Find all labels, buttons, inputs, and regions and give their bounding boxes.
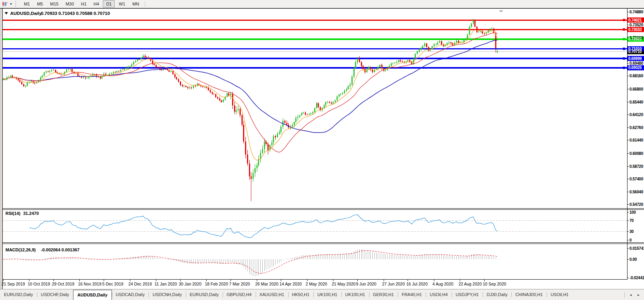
- ma-medium-line: [3, 33, 498, 152]
- date-label: 21 May 2020: [332, 282, 356, 286]
- price-axis-label: 0.56040: [629, 190, 643, 194]
- price-badge-value: 0.73033: [628, 27, 642, 32]
- chart-title-symbol: AUDUSD,Daily: [10, 11, 42, 16]
- macd-axis-label: -0.024412: [629, 276, 644, 280]
- chart-tab-fra40-h1[interactable]: FRA40,H1: [398, 289, 426, 300]
- rsi-line: [29, 215, 498, 238]
- chart-tab-usdcnh-daily[interactable]: USDCNH,Daily: [148, 289, 186, 300]
- price-axis-label: 0.57400: [629, 177, 643, 181]
- hline-anchor[interactable]: [623, 47, 625, 50]
- date-label: 14 Apr 2020: [280, 282, 302, 286]
- price-axis-label: 0.73520: [629, 23, 643, 27]
- chart-tab-china300-h1[interactable]: CHINA300,H1: [511, 289, 547, 300]
- date-label: 4 Aug 2020: [432, 282, 453, 286]
- rsi-axis-label: 100: [629, 210, 636, 215]
- rsi-axis-label: 70: [629, 218, 634, 223]
- chart-tab-usdchf-daily[interactable]: USDCHF,Daily: [37, 289, 73, 300]
- price-axis-label: 0.54720: [629, 202, 643, 207]
- date-label: 10 Oct 2019: [28, 282, 50, 286]
- chart-canvas[interactable]: 0.748800.735200.721600.708000.694800.681…: [0, 0, 644, 300]
- rsi-value: 31.2470: [23, 211, 39, 216]
- price-axis-label: 0.68160: [629, 74, 643, 78]
- date-label: 9 Jun 2020: [356, 282, 377, 286]
- chart-tab-uk100-h1[interactable]: UK100,H1: [341, 289, 369, 300]
- price-badge-value: 0.69025: [628, 65, 642, 70]
- price-axis-label: 0.62760: [629, 125, 643, 130]
- date-label: 21 Sep 2019: [2, 282, 25, 286]
- price-axis-label: 0.60080: [629, 151, 643, 156]
- chart-tab-eurusd-daily[interactable]: EURUSD,Daily: [0, 289, 37, 300]
- macd-histogram: [3, 249, 498, 276]
- window-menu-icon[interactable]: [5, 12, 8, 15]
- shift-marker-icon: [499, 10, 503, 13]
- macd-axis-label: 0.00: [629, 257, 637, 262]
- hline-anchor[interactable]: [623, 19, 625, 21]
- time-axis[interactable]: [3, 280, 485, 282]
- rsi-axis-label: 0: [629, 238, 632, 242]
- macd-signal-line: [3, 251, 498, 274]
- date-label: 30 Jan 2020: [179, 282, 201, 286]
- date-label: 7 Mar 2020: [229, 282, 250, 286]
- mt4-window: ▼ M1M5M15M30H1H4D1W1MN 0.748800.735200.7…: [0, 0, 644, 300]
- macd-values: -0.002064 0.001367: [41, 247, 79, 252]
- hline-anchor[interactable]: [623, 57, 625, 60]
- rsi-label: RSI(14): [5, 211, 20, 216]
- price-axis-label: 0.61440: [629, 138, 643, 142]
- hline-anchor[interactable]: [623, 67, 625, 69]
- hline-anchor[interactable]: [623, 38, 625, 40]
- price-axis-label: 0.58720: [629, 164, 643, 169]
- ma-slow-line: [3, 40, 498, 133]
- chart-tab-eurusd-daily[interactable]: EURUSD,Daily: [186, 289, 223, 300]
- price-axis-label: 0.66800: [629, 87, 643, 91]
- date-label: 24 Dec 2019: [128, 282, 152, 286]
- date-label: 16 Jul 2020: [406, 282, 428, 286]
- chart-tab-usoil-h1[interactable]: USOil,H1: [547, 289, 573, 300]
- chart-tab-usdcad-daily[interactable]: USDCAD,Daily: [112, 289, 149, 300]
- chart-tab-usoil-h4[interactable]: USOil,H4: [426, 289, 452, 300]
- chart-tab-usdjpy-h1[interactable]: USDJPY,H1: [452, 289, 483, 300]
- date-label: 18 Feb 2020: [205, 282, 228, 286]
- tab-scroll-arrows: ◄ ►: [624, 289, 644, 300]
- chart-tab-uk100-h1[interactable]: UK100,H1: [313, 289, 341, 300]
- candlestick-series: [3, 19, 498, 201]
- hline-anchor[interactable]: [623, 28, 625, 31]
- chart-tab-xauusd-h1[interactable]: XAUUSD,H1: [256, 289, 288, 300]
- macd-label: MACD(12,26,9): [5, 247, 36, 252]
- date-label: 27 Jun 2020: [382, 282, 405, 286]
- rsi-axis-label: 30: [629, 229, 634, 234]
- macd-axis-label: 0.015741: [629, 246, 644, 251]
- price-axis-label: 0.65440: [629, 100, 643, 104]
- chart-tabs: EURUSD,DailyUSDCHF,DailyAUDUSD,DailyUSDC…: [0, 289, 573, 300]
- price-axis-label: 0.69480: [629, 61, 643, 65]
- price-axis-label: 0.74880: [629, 10, 643, 14]
- horizontal-line-objects[interactable]: [3, 19, 628, 69]
- date-label: 5 Dec 2019: [102, 282, 124, 286]
- date-label: 29 Oct 2019: [52, 282, 74, 286]
- date-label: 26 Mar 2020: [255, 282, 278, 286]
- date-label: 22 Aug 2020: [459, 282, 482, 286]
- chart-tab-audusd-daily[interactable]: AUDUSD,Daily: [73, 290, 112, 300]
- date-label: 16 Nov 2019: [78, 282, 102, 286]
- chart-tab-dj30-daily[interactable]: DJ30,Daily: [483, 289, 511, 300]
- chart-title-ohlc: 0.70933 0.71043 0.70588 0.70710: [41, 11, 110, 16]
- date-label: 10 Sep 2020: [483, 282, 507, 286]
- date-label: 2 May 2020: [306, 282, 327, 286]
- price-badge-value: 0.74021: [628, 18, 642, 22]
- chart-graphics: 0.748800.735200.721600.708000.694800.681…: [0, 8, 644, 289]
- price-axis-label: 0.64120: [629, 113, 643, 117]
- chart-tab-hk50-h1[interactable]: HK50,H1: [288, 289, 314, 300]
- chart-tab-gbpusd-h4[interactable]: GBPUSD,H4: [223, 289, 256, 300]
- date-label: 11 Jan 2020: [155, 282, 177, 286]
- ma-fast-line: [3, 30, 498, 160]
- chart-tab-ger30-h1[interactable]: GER30,H1: [369, 289, 398, 300]
- tab-scroll-left-icon[interactable]: ◄: [627, 292, 635, 298]
- chart-tab-bar: EURUSD,DailyUSDCHF,DailyAUDUSD,DailyUSDC…: [0, 289, 644, 300]
- price-badge-value: 0.71010: [628, 47, 642, 51]
- price-badge-value: 0.72022: [628, 37, 642, 41]
- price-badge-value: 0.69999: [628, 56, 642, 61]
- tab-scroll-right-icon[interactable]: ►: [635, 292, 642, 298]
